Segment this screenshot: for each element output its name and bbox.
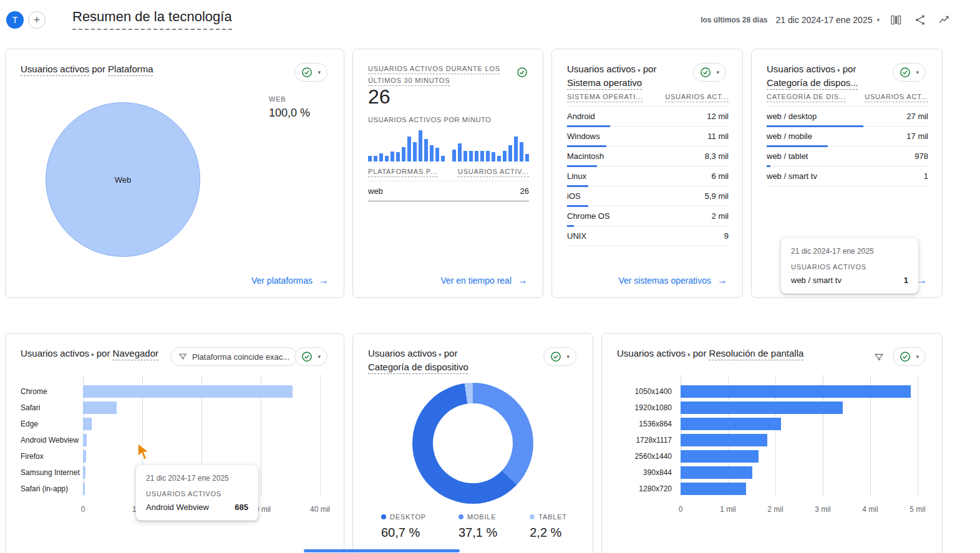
view-realtime-link[interactable]: Ver en tiempo real → [440, 275, 528, 286]
legend-item: TABLET2,2 % [530, 513, 567, 540]
chevron-down-icon: ▾ [91, 352, 94, 358]
dimension-value: iOS [567, 191, 581, 201]
os-table: SISTEMA OPERATI... USUARIOS ACT... Andro… [567, 93, 729, 246]
browser-bar[interactable] [83, 385, 293, 398]
metric-selector[interactable]: Usuarios activos▾ [767, 64, 840, 74]
resolution-bar[interactable] [681, 483, 746, 495]
platform-filter-chip[interactable]: Plataforma coincide exac... [170, 347, 298, 366]
metric-selector[interactable]: Usuarios activos▾ [368, 348, 442, 358]
legend-label: MOBILE [467, 513, 496, 521]
data-quality-dropdown[interactable]: ▾ [294, 63, 327, 82]
minute-bar [469, 151, 473, 161]
resolution-bar[interactable] [681, 466, 752, 479]
axis-tick-label: 2 mil [767, 505, 783, 514]
row-value-bar [767, 165, 770, 167]
browser-bar[interactable] [83, 418, 92, 430]
dimension-link[interactable]: Resolución de pantalla [709, 348, 804, 358]
add-comparison-button[interactable]: + [28, 11, 46, 29]
dimension-value: web / desktop [767, 112, 817, 121]
category-axis: 1050x14001920x10801536x8641728x11172560x… [617, 383, 672, 497]
data-quality-dropdown[interactable]: ▾ [294, 347, 327, 366]
data-quality-dropdown[interactable]: ▾ [893, 347, 926, 366]
page-title[interactable]: Resumen de la tecnología [72, 9, 232, 30]
filter-button[interactable] [871, 349, 887, 365]
metric-value: 17 mil [906, 132, 928, 141]
column-header-platform[interactable]: PLATAFORMAS P... [368, 168, 437, 175]
dimension-value: UNIX [567, 231, 586, 241]
browser-bar[interactable] [83, 434, 87, 446]
resolution-bar[interactable] [681, 450, 759, 463]
tooltip-date: 21 dic 2024-17 ene 2025 [791, 247, 908, 256]
link-label: Ver en tiempo real [440, 276, 512, 286]
legend-value: 60,7 % [381, 526, 426, 540]
card-active-users-by-platform: Usuarios activos por Plataforma ▾ Web WE… [5, 49, 344, 298]
browser-bar[interactable] [83, 450, 86, 463]
table-body: Android12 milWindows11 milMacintosh8,3 m… [567, 107, 729, 246]
browser-bar[interactable] [83, 402, 117, 414]
metric-selector[interactable]: Usuarios activos▾ [21, 348, 94, 358]
metric-link[interactable]: Usuarios activos [21, 64, 89, 74]
row-value-bar [767, 125, 863, 127]
dimension-link[interactable]: Categoría de dispos... [767, 77, 858, 88]
column-header-active-users[interactable]: USUARIOS ACT... [665, 93, 729, 100]
tooltip: 21 dic 2024-17 ene 2025 USUARIOS ACTIVOS… [781, 238, 918, 294]
column-header-os[interactable]: SISTEMA OPERATI... [567, 93, 643, 100]
minute-bar [379, 153, 383, 161]
dimension-link[interactable]: Sistema operativo [567, 77, 642, 88]
data-quality-dropdown[interactable]: ▾ [543, 347, 576, 366]
realtime-title-link[interactable]: USUARIOS ACTIVOS DURANTE LOS ÚLTIMOS 30 … [368, 65, 500, 84]
table-row: Macintosh8,3 mil [567, 147, 729, 166]
realtime-sparkline-chart[interactable] [368, 129, 529, 161]
minute-bar [419, 130, 422, 161]
share-button[interactable] [912, 12, 928, 28]
minute-bar [497, 156, 501, 161]
dimension-value: Android [567, 112, 595, 121]
table-row: Chrome OS2 mil [567, 206, 729, 226]
dimension-link[interactable]: Categoría de dispositivo [368, 362, 468, 372]
tooltip-dimension: Android Webview [146, 503, 209, 512]
metric-selector[interactable]: Usuarios activos▾ [567, 64, 641, 74]
resolution-bar[interactable] [681, 434, 767, 446]
metric-value: 6 mil [712, 171, 729, 181]
metric-label: Usuarios activos [767, 64, 835, 74]
row-value-bar [567, 145, 606, 147]
dimension-value: web [368, 186, 383, 196]
view-operating-systems-link[interactable]: Ver sistemas operativos → [618, 275, 727, 286]
data-quality-dropdown[interactable]: ▾ [693, 63, 726, 82]
comparison-button[interactable] [888, 12, 904, 28]
data-quality-badge[interactable] [517, 67, 528, 80]
column-header-device-category[interactable]: CATEGORÍA DE DIS... [767, 93, 846, 100]
x-axis: 01 mil2 mil3 mil4 mil5 mil [681, 505, 918, 515]
card-title: Usuarios activos▾ por Categoría de dispo… [767, 63, 858, 89]
dimension-link[interactable]: Navegador [113, 348, 158, 358]
column-header-active-users[interactable]: USUARIOS ACT... [865, 93, 928, 100]
insights-button[interactable] [936, 12, 953, 28]
resolution-bar[interactable] [681, 385, 911, 398]
category-label: Firefox [21, 448, 80, 464]
user-avatar[interactable]: T [6, 11, 24, 29]
data-quality-dropdown[interactable]: ▾ [893, 63, 926, 82]
resolution-bar[interactable] [681, 402, 843, 414]
date-range-picker[interactable]: 21 dic 2024-17 ene 2025 ▾ [776, 15, 880, 25]
device-category-donut-chart[interactable] [412, 383, 533, 504]
browser-bar[interactable] [83, 466, 85, 479]
card-title: Usuarios activos por Plataforma [21, 63, 153, 75]
arrow-right-icon: → [717, 275, 727, 286]
metric-value: 26 [520, 186, 529, 196]
metric-value: 8,3 mil [705, 151, 729, 161]
minute-bar [407, 137, 411, 161]
per-minute-label: USUARIOS ACTIVOS POR MINUTO [368, 116, 492, 123]
metric-selector[interactable]: Usuarios activos▾ [617, 348, 691, 358]
dimension-link[interactable]: Plataforma [108, 64, 153, 74]
platform-pie-chart[interactable]: Web [46, 102, 200, 257]
view-platforms-link[interactable]: Ver plataformas → [251, 275, 329, 286]
header-actions: los últimos 28 días 21 dic 2024-17 ene 2… [701, 0, 953, 40]
column-header-active-users[interactable]: USUARIOS ACTIV... [458, 168, 529, 175]
resolution-bar[interactable] [681, 418, 781, 430]
minute-bar [508, 145, 512, 161]
dimension-value: web / tablet [767, 151, 808, 161]
horizontal-scrollbar-thumb[interactable] [304, 549, 460, 552]
browser-bar[interactable] [83, 483, 85, 495]
table-row: Android12 mil [567, 107, 729, 127]
metric-value: 27 mil [906, 112, 928, 121]
